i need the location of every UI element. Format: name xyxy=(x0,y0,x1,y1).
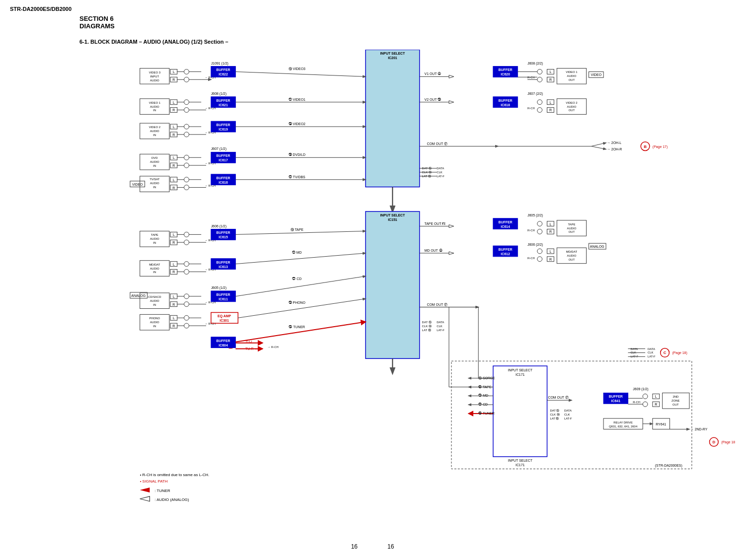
svg-text:AUDIO: AUDIO xyxy=(150,299,159,302)
svg-point-245 xyxy=(184,315,189,320)
svg-point-98 xyxy=(184,185,189,190)
svg-text:L: L xyxy=(173,316,175,320)
svg-text:IN: IN xyxy=(153,164,156,167)
svg-marker-273 xyxy=(449,225,454,228)
svg-text:OUT: OUT xyxy=(569,258,575,261)
svg-text:TV/SAT: TV/SAT xyxy=(149,178,160,181)
svg-text:MD OUT ㉒: MD OUT ㉒ xyxy=(425,249,443,252)
svg-text:OUT: OUT xyxy=(569,78,575,81)
svg-text:IC622: IC622 xyxy=(219,72,228,76)
svg-text:LAT-F: LAT-F xyxy=(564,417,572,420)
svg-text:IC604: IC604 xyxy=(219,344,228,347)
svg-point-54 xyxy=(184,124,189,129)
svg-text:R-CH: R-CH xyxy=(633,401,640,404)
svg-text:BUFFER: BUFFER xyxy=(217,68,230,71)
svg-text:Q831, 632, 641, 2604: Q831, 632, 641, 2604 xyxy=(609,425,638,428)
svg-text:COM OUT ⑰: COM OUT ⑰ xyxy=(427,303,447,306)
svg-text:ANALOG: ANALOG xyxy=(131,294,146,297)
svg-text:IC616: IC616 xyxy=(219,181,228,184)
svg-text:⑯ SORCE: ⑯ SORCE xyxy=(478,376,495,380)
svg-text:R: R xyxy=(549,230,552,233)
svg-text:BUFFER: BUFFER xyxy=(499,99,513,102)
svg-text:L: L xyxy=(550,101,552,104)
section-title: SECTION 6 DIAGRAMS xyxy=(79,15,115,30)
svg-text:J608 (2/2): J608 (2/2) xyxy=(527,62,543,66)
svg-point-77 xyxy=(184,155,189,160)
svg-text:C: C xyxy=(664,350,667,355)
svg-text:OUT: OUT xyxy=(672,403,679,406)
svg-point-246 xyxy=(184,323,189,328)
svg-text:INPUT SELECT: INPUT SELECT xyxy=(380,52,405,55)
svg-text:R: R xyxy=(172,241,175,244)
svg-text:CLK ⑭: CLK ⑭ xyxy=(550,413,559,416)
svg-text:㉑ MD: ㉑ MD xyxy=(292,251,302,254)
svg-text:㉓ PHONO: ㉓ PHONO xyxy=(289,301,306,304)
svg-text:IN: IN xyxy=(153,325,156,328)
svg-text:㉑ TAPE: ㉑ TAPE xyxy=(478,385,492,389)
svg-text:AUDIO: AUDIO xyxy=(567,74,577,77)
svg-text:→ 2ND-RY: → 2ND-RY xyxy=(690,427,708,431)
svg-text:ZONE: ZONE xyxy=(671,399,679,402)
svg-text:IC614: IC614 xyxy=(501,225,510,228)
svg-text:INPUT SELECT: INPUT SELECT xyxy=(508,459,532,462)
svg-text:VIDEO: VIDEO xyxy=(132,183,143,186)
svg-text:BUFFER: BUFFER xyxy=(499,68,513,71)
svg-text:CD/SACD: CD/SACD xyxy=(148,295,161,298)
svg-text:OUT: OUT xyxy=(569,230,575,233)
svg-text:LAT-F: LAT-F xyxy=(648,355,656,358)
svg-text:IC611: IC611 xyxy=(219,297,228,301)
svg-text:BUFFER: BUFFER xyxy=(217,154,230,157)
svg-marker-386 xyxy=(140,496,150,501)
svg-text:AUDIO: AUDIO xyxy=(150,267,159,270)
svg-point-35 xyxy=(184,108,189,113)
svg-text:L: L xyxy=(550,70,552,73)
svg-text:R: R xyxy=(172,108,175,112)
svg-line-153 xyxy=(591,143,606,146)
svg-line-192 xyxy=(235,231,366,234)
svg-marker-136 xyxy=(449,101,454,104)
svg-text:IN: IN xyxy=(153,271,156,274)
svg-text:IN: IN xyxy=(153,241,156,244)
svg-text:→ R-CH: → R-CH xyxy=(267,346,278,349)
svg-text:L: L xyxy=(173,178,175,182)
svg-text:DAT ⑮: DAT ⑮ xyxy=(550,409,559,412)
svg-text:DATA: DATA xyxy=(648,348,655,350)
svg-text:PHONO: PHONO xyxy=(149,317,160,320)
svg-text:AUDIO: AUDIO xyxy=(150,321,159,324)
svg-text:: AUDIO (ANALOG): : AUDIO (ANALOG) xyxy=(154,497,189,502)
svg-text:L: L xyxy=(655,395,657,398)
svg-text:IN: IN xyxy=(153,134,156,137)
svg-marker-293 xyxy=(449,252,454,255)
svg-text:L: L xyxy=(173,233,175,236)
svg-text:L: L xyxy=(173,70,175,73)
svg-text:VIDEO 2: VIDEO 2 xyxy=(149,126,160,129)
svg-point-149 xyxy=(537,100,542,105)
svg-text:R: R xyxy=(172,164,175,167)
svg-text:R-CH: R-CH xyxy=(527,76,535,79)
svg-text:J1091 (1/2): J1091 (1/2) xyxy=(211,62,228,66)
svg-text:IC151: IC151 xyxy=(388,218,397,221)
svg-text:IC171: IC171 xyxy=(516,463,525,467)
svg-text:R-CH: R-CH xyxy=(527,107,535,110)
svg-text:→ R-CH: → R-CH xyxy=(205,322,216,325)
svg-text:DATA: DATA xyxy=(437,321,444,324)
svg-text:L: L xyxy=(173,295,175,298)
svg-text:R: R xyxy=(172,303,175,306)
page-numbers: 16 16 xyxy=(351,543,394,550)
svg-text:IC171: IC171 xyxy=(516,373,525,376)
svg-text:J605 (1/2): J605 (1/2) xyxy=(211,286,226,290)
svg-text:J607 (1/2): J607 (1/2) xyxy=(211,147,226,151)
svg-text:OUT: OUT xyxy=(569,109,575,112)
svg-text:R: R xyxy=(172,324,175,328)
svg-text:L: L xyxy=(173,156,175,159)
svg-text:AUDIO: AUDIO xyxy=(150,160,159,163)
svg-text:AUDIO: AUDIO xyxy=(150,182,159,185)
svg-text:BUFFER: BUFFER xyxy=(499,220,513,224)
svg-text:ANALOG: ANALOG xyxy=(590,245,604,248)
svg-text:RY641: RY641 xyxy=(656,422,666,426)
svg-point-203 xyxy=(184,270,189,275)
svg-text:R: R xyxy=(172,270,175,274)
svg-point-307 xyxy=(537,257,542,262)
svg-text:㉕ TUNER: ㉕ TUNER xyxy=(289,325,305,329)
svg-text:L: L xyxy=(173,263,175,266)
